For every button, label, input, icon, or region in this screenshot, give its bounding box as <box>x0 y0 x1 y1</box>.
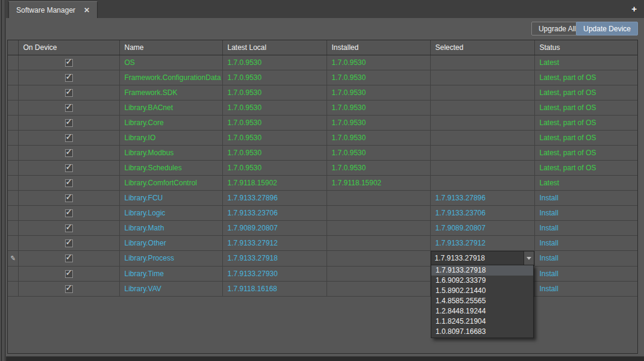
dropdown-option[interactable]: 1.5.8902.21440 <box>431 286 533 296</box>
on-device-checkbox[interactable]: ✓ <box>65 224 73 232</box>
table-row[interactable]: ✓ Library.Time 1.7.9133.27930 Install <box>8 266 637 281</box>
on-device-checkbox[interactable]: ✓ <box>65 134 73 142</box>
on-device-checkbox[interactable]: ✓ <box>65 285 73 293</box>
installed-version <box>327 281 430 296</box>
dropdown-option[interactable]: 1.7.9133.27918 <box>431 265 533 276</box>
status-text: Latest, part of OS <box>534 130 637 145</box>
dropdown-option[interactable]: 1.6.9092.33379 <box>431 276 533 286</box>
status-text: Latest <box>534 55 637 70</box>
selected-version[interactable] <box>430 55 534 70</box>
selected-version[interactable]: 1.7.9133.27912 <box>430 235 534 250</box>
upgrade-all-button[interactable]: Upgrade All <box>531 22 583 35</box>
col-header-status[interactable]: Status <box>534 40 637 55</box>
table-row[interactable]: ✓ Library.Modbus 1.7.0.9530 1.7.0.9530 L… <box>8 145 637 160</box>
latest-local-version: 1.7.0.9530 <box>222 145 327 160</box>
on-device-checkbox[interactable]: ✓ <box>65 239 73 247</box>
status-text: Install <box>534 220 637 235</box>
update-device-button[interactable]: Update Device <box>576 22 638 35</box>
latest-local-version: 1.7.9133.23706 <box>222 205 327 220</box>
combobox-arrow-button[interactable] <box>524 251 534 265</box>
tab-bar: Software Manager ✕ + <box>6 0 644 18</box>
table-row[interactable]: ✓ Library.Schedules 1.7.0.9530 1.7.0.953… <box>8 160 637 175</box>
selected-version[interactable]: 1.7.9133.23706 <box>430 205 534 220</box>
package-name: Library.IO <box>119 130 222 145</box>
on-device-checkbox[interactable]: ✓ <box>65 104 73 112</box>
selected-version[interactable] <box>430 130 534 145</box>
status-text: Latest, part of OS <box>534 145 637 160</box>
checkmark-icon: ✓ <box>66 72 73 81</box>
table-row[interactable]: ✓ Framework.SDK 1.7.0.9530 1.7.0.9530 La… <box>8 85 637 100</box>
selected-version[interactable]: 1.7.9133.27896 <box>430 190 534 205</box>
installed-version <box>327 190 430 205</box>
selected-version[interactable] <box>430 175 534 190</box>
selected-version[interactable] <box>430 70 534 85</box>
table-row[interactable]: ✓ Library.Logic 1.7.9133.23706 1.7.9133.… <box>8 205 637 220</box>
on-device-checkbox[interactable]: ✓ <box>65 179 73 187</box>
table-row[interactable]: ✓ Framework.ConfigurationData 1.7.0.9530… <box>8 70 637 85</box>
on-device-checkbox[interactable]: ✓ <box>65 119 73 127</box>
latest-local-version: 1.7.0.9530 <box>222 115 327 130</box>
on-device-checkbox[interactable]: ✓ <box>65 209 73 217</box>
table-row[interactable]: ✓ OS 1.7.0.9530 1.7.0.9530 Latest <box>8 55 637 70</box>
latest-local-version: 1.7.0.9530 <box>222 130 327 145</box>
tab-close-icon[interactable]: ✕ <box>84 6 90 14</box>
col-header-latest-local[interactable]: Latest Local <box>222 40 327 55</box>
on-device-checkbox[interactable]: ✓ <box>65 74 73 82</box>
on-device-checkbox[interactable]: ✓ <box>65 59 73 67</box>
installed-version <box>327 235 430 250</box>
installed-version <box>327 266 430 281</box>
table-row[interactable]: ✓ Library.BACnet 1.7.0.9530 1.7.0.9530 L… <box>8 100 637 115</box>
col-header-selected[interactable]: Selected <box>430 40 534 55</box>
selected-version[interactable]: 1.7.9133.27918 <box>430 250 534 266</box>
table-row[interactable]: ✓ Library.IO 1.7.0.9530 1.7.0.9530 Lates… <box>8 130 637 145</box>
package-name: OS <box>119 55 222 70</box>
col-header-edit[interactable] <box>8 40 18 55</box>
installed-version <box>327 220 430 235</box>
new-tab-plus-icon[interactable]: + <box>631 4 637 14</box>
table-row[interactable]: ✓ Library.Other 1.7.9133.27912 1.7.9133.… <box>8 235 637 250</box>
selected-version[interactable] <box>430 145 534 160</box>
selected-version[interactable] <box>430 115 534 130</box>
col-header-name[interactable]: Name <box>119 40 222 55</box>
table-row[interactable]: ✎ ✓ Library.Process 1.7.9133.27918 1.7.9… <box>8 250 637 266</box>
on-device-checkbox[interactable]: ✓ <box>65 164 73 172</box>
version-combobox[interactable]: 1.7.9133.27918 <box>431 251 534 266</box>
on-device-checkbox[interactable]: ✓ <box>65 270 73 278</box>
selected-version[interactable] <box>430 85 534 100</box>
installed-version: 1.7.0.9530 <box>327 145 430 160</box>
dropdown-option[interactable]: 1.2.8448.19244 <box>431 306 533 316</box>
tab-software-manager[interactable]: Software Manager ✕ <box>8 1 98 18</box>
checkmark-icon: ✓ <box>66 162 73 171</box>
dropdown-option[interactable]: 1.4.8585.25565 <box>431 296 533 306</box>
software-manager-panel: Upgrade All Update Device On Device Name… <box>6 18 644 357</box>
table-row[interactable]: ✓ Library.ComfortControl 1.7.9118.15902 … <box>8 175 637 190</box>
table-row[interactable]: ✓ Library.Math 1.7.9089.20807 1.7.9089.2… <box>8 220 637 235</box>
package-name: Library.ComfortControl <box>119 175 222 190</box>
selected-version[interactable] <box>430 100 534 115</box>
installed-version: 1.7.9118.15902 <box>327 175 430 190</box>
latest-local-version: 1.7.9133.27912 <box>222 235 327 250</box>
dropdown-option[interactable]: 1.1.8245.21904 <box>431 316 533 327</box>
on-device-checkbox[interactable]: ✓ <box>65 149 73 157</box>
dropdown-option[interactable]: 1.0.8097.16683 <box>431 327 533 337</box>
combobox-value: 1.7.9133.27918 <box>431 251 524 265</box>
checkmark-icon: ✓ <box>66 237 73 247</box>
software-table: On Device Name Latest Local Installed Se… <box>8 40 637 297</box>
checkmark-icon: ✓ <box>66 147 73 156</box>
package-name: Framework.SDK <box>119 85 222 100</box>
installed-version <box>327 250 430 266</box>
table-row[interactable]: ✓ Library.FCU 1.7.9133.27896 1.7.9133.27… <box>8 190 637 205</box>
on-device-checkbox[interactable]: ✓ <box>65 89 73 97</box>
selected-version[interactable] <box>430 160 534 175</box>
installed-version: 1.7.0.9530 <box>327 115 430 130</box>
on-device-checkbox[interactable]: ✓ <box>65 255 73 262</box>
on-device-checkbox[interactable]: ✓ <box>65 194 73 202</box>
latest-local-version: 1.7.9133.27918 <box>222 250 327 266</box>
table-row[interactable]: ✓ Library.VAV 1.7.9118.16168 Install <box>8 281 637 296</box>
selected-version[interactable]: 1.7.9089.20807 <box>430 220 534 235</box>
table-row[interactable]: ✓ Library.Core 1.7.0.9530 1.7.0.9530 Lat… <box>8 115 637 130</box>
status-text: Install <box>534 235 637 250</box>
col-header-installed[interactable]: Installed <box>327 40 430 55</box>
checkmark-icon: ✓ <box>66 132 73 141</box>
col-header-on-device[interactable]: On Device <box>18 40 119 55</box>
